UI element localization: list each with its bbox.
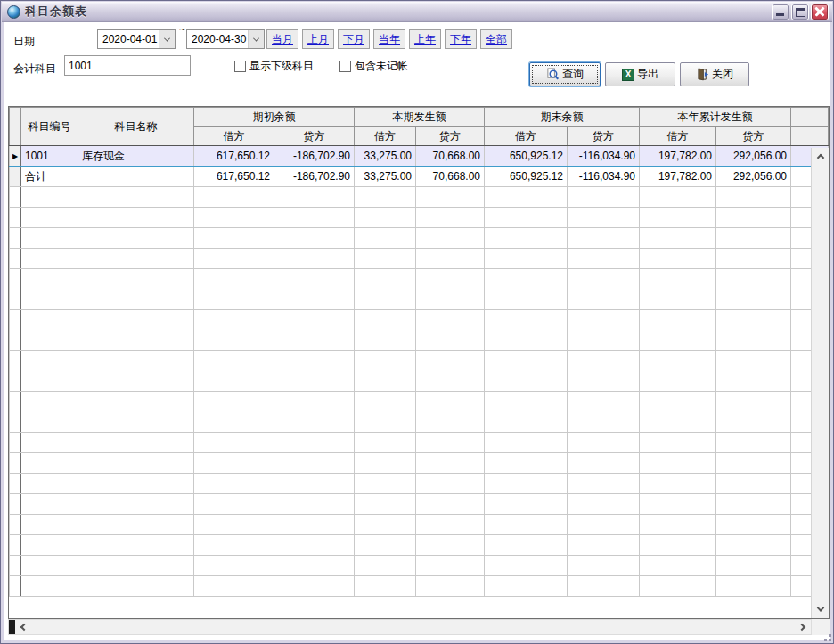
subcol-credit[interactable]: 贷方 [716, 127, 791, 146]
row-indicator-header [10, 108, 21, 146]
resize-grip[interactable] [821, 631, 831, 641]
table-row-account[interactable]: ▶ 1001 库存现金 617,650.12 -186,702.90 33,27… [10, 146, 829, 167]
table-row-empty [10, 433, 829, 453]
cell-ending-credit[interactable]: -116,034.90 [568, 146, 640, 167]
subcol-debit[interactable]: 借方 [640, 127, 716, 146]
table-row-empty [10, 249, 829, 269]
cell-account-name[interactable]: 库存现金 [78, 146, 194, 167]
cell-opening-credit[interactable]: -186,702.90 [274, 146, 355, 167]
quick-range-buttons: 当月 上月 下月 当年 上年 下年 全部 [266, 29, 512, 49]
table-row-total[interactable]: 合计 617,650.12 -186,702.90 33,275.00 70,6… [10, 167, 829, 187]
col-header-account-code[interactable]: 科目编号 [21, 108, 78, 146]
col-header-account-name[interactable]: 科目名称 [78, 108, 194, 146]
export-button[interactable]: X 导出 [605, 62, 675, 86]
chevron-down-icon[interactable] [159, 30, 175, 48]
table-row-empty [10, 371, 829, 392]
balance-table: 科目编号 科目名称 期初余额 本期发生额 期末余额 本年累计发生额 借方 贷方 … [8, 106, 830, 619]
table-row-empty [10, 412, 829, 433]
subcol-debit[interactable]: 借方 [194, 127, 274, 146]
vertical-scrollbar[interactable] [811, 148, 829, 618]
table-row-empty [10, 453, 829, 474]
cell-ending-debit[interactable]: 650,925.12 [485, 146, 568, 167]
table-row-empty [10, 351, 829, 371]
cell-ending-debit: 650,925.12 [485, 167, 568, 187]
minimize-button[interactable] [772, 4, 789, 20]
show-sub-accounts-checkbox[interactable]: 显示下级科目 [234, 59, 314, 74]
cell-ending-credit: -116,034.90 [568, 167, 640, 187]
cell-period-debit[interactable]: 33,275.00 [355, 146, 416, 167]
app-window: 科目余额表 日期 2020-04-01 ~ 2020-04-30 当月 上月 下… [0, 0, 834, 644]
globe-app-icon [7, 5, 20, 19]
range-prev-month-button[interactable]: 上月 [302, 29, 334, 49]
table-row-empty [10, 208, 829, 228]
cell-ytd-debit: 197,782.00 [640, 167, 716, 187]
scroll-left-arrow-icon[interactable] [17, 620, 31, 634]
close-window-button[interactable] [811, 4, 829, 20]
cell-account-code[interactable]: 1001 [21, 146, 78, 167]
maximize-icon [796, 8, 805, 17]
col-group-period-amount[interactable]: 本期发生额 [355, 108, 485, 127]
table-row-empty [10, 392, 829, 412]
range-prev-year-button[interactable]: 上年 [409, 29, 441, 49]
table-row-empty [10, 310, 829, 330]
account-input[interactable] [64, 55, 191, 76]
checkbox-box[interactable] [339, 61, 351, 72]
include-unposted-checkbox[interactable]: 包含未记帐 [339, 59, 408, 74]
subcol-debit[interactable]: 借方 [485, 127, 568, 146]
date-label: 日期 [13, 34, 35, 49]
cell-total-label: 合计 [21, 167, 78, 187]
cell-opening-credit: -186,702.90 [274, 167, 355, 187]
range-all-button[interactable]: 全部 [480, 29, 512, 49]
table-row-empty [10, 330, 829, 351]
cell-period-credit[interactable]: 70,668.00 [416, 146, 485, 167]
table-header: 科目编号 科目名称 期初余额 本期发生额 期末余额 本年累计发生额 借方 贷方 … [10, 108, 829, 146]
scroll-right-arrow-icon[interactable] [795, 620, 809, 634]
date-from-select[interactable]: 2020-04-01 [97, 29, 176, 49]
checkbox-box[interactable] [234, 61, 246, 72]
col-group-ytd-amount[interactable]: 本年累计发生额 [640, 108, 791, 127]
date-range-separator: ~ [179, 23, 185, 36]
close-button-label: 关闭 [712, 67, 733, 82]
query-button[interactable]: 查询 [529, 62, 601, 86]
range-current-month-button[interactable]: 当月 [266, 29, 298, 49]
range-current-year-button[interactable]: 当年 [373, 29, 405, 49]
col-group-opening-balance[interactable]: 期初余额 [194, 108, 355, 127]
table-row-empty [10, 187, 829, 208]
cell-ytd-credit[interactable]: 292,056.00 [716, 146, 791, 167]
excel-icon: X [622, 69, 634, 81]
table-row-empty [10, 474, 829, 494]
cell-period-credit: 70,668.00 [416, 167, 485, 187]
horizontal-scrollbar[interactable] [8, 619, 812, 635]
subcol-credit[interactable]: 贷方 [416, 127, 485, 146]
chevron-down-icon[interactable] [248, 30, 264, 48]
maximize-button[interactable] [791, 4, 809, 20]
date-from-value: 2020-04-01 [98, 33, 159, 45]
client-area: 日期 2020-04-01 ~ 2020-04-30 当月 上月 下月 当年 上… [4, 22, 830, 640]
query-button-label: 查询 [562, 67, 584, 82]
range-next-month-button[interactable]: 下月 [338, 29, 370, 49]
table-row-empty [10, 494, 829, 515]
table-row-empty [10, 515, 829, 535]
subcol-credit[interactable]: 贷方 [568, 127, 640, 146]
scroll-down-arrow-icon[interactable] [812, 601, 829, 616]
cell-ytd-debit[interactable]: 197,782.00 [640, 146, 716, 167]
subcol-debit[interactable]: 借方 [355, 127, 416, 146]
cell-opening-debit[interactable]: 617,650.12 [194, 146, 274, 167]
cell-account-name [78, 167, 194, 187]
cell-period-debit: 33,275.00 [355, 167, 416, 187]
window-title: 科目余额表 [25, 4, 772, 20]
close-button[interactable]: 关闭 [680, 62, 749, 86]
col-group-ending-balance[interactable]: 期末余额 [485, 108, 640, 127]
subcol-credit[interactable]: 贷方 [274, 127, 355, 146]
table-row-empty [10, 535, 829, 556]
table-row-empty [10, 228, 829, 249]
export-button-label: 导出 [637, 67, 658, 82]
horizontal-scrollbar-thumb[interactable] [9, 620, 15, 634]
range-next-year-button[interactable]: 下年 [445, 29, 477, 49]
row-indicator [10, 167, 21, 187]
cell-ytd-credit: 292,056.00 [716, 167, 791, 187]
col-header-filler [791, 127, 829, 146]
scroll-up-arrow-icon[interactable] [812, 150, 829, 165]
table-row-empty [10, 576, 829, 597]
date-to-select[interactable]: 2020-04-30 [186, 29, 265, 49]
